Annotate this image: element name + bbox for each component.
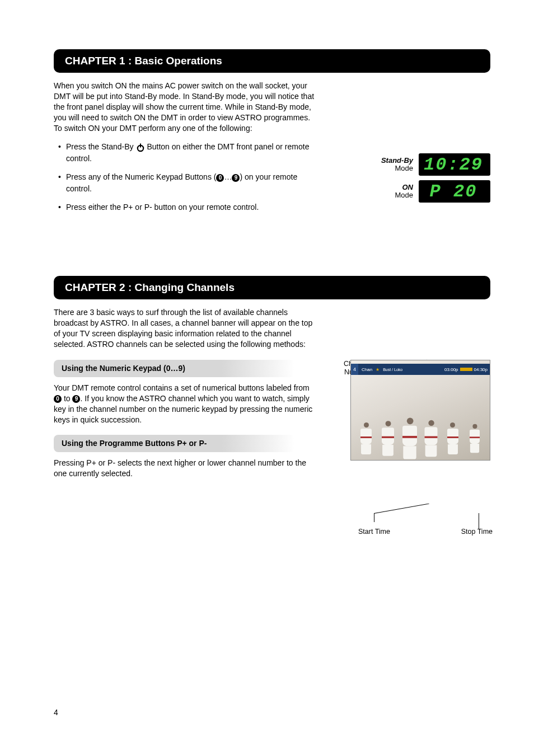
tv-screen: 4 Chan ★ Bust / Loko 03:00p 04:30p xyxy=(350,360,490,461)
sub1-bar: Using the Numeric Keypad (0…9) xyxy=(54,360,294,377)
banner-start: 03:00p xyxy=(444,367,458,372)
banner-stop: 04:30p xyxy=(474,367,488,372)
chapter2-title: CHAPTER 2 : Changing Channels xyxy=(65,281,235,293)
standby-display: 10:29 xyxy=(419,153,490,176)
chapter1-intro: When you switch ON the mains AC power sw… xyxy=(54,81,317,133)
tv-banner: 4 Chan ★ Bust / Loko 03:00p 04:30p xyxy=(351,364,490,375)
chapter2-title-bar: CHAPTER 2 : Changing Channels xyxy=(54,276,490,299)
tv-diagram: ChannelNumber CurrentProgramme Short Cha… xyxy=(350,360,490,461)
banner-ch-name: Chan xyxy=(358,367,376,372)
sub2-body: Pressing P+ or P- selects the next highe… xyxy=(54,458,317,479)
chapter1-bullets: Press the Stand-By Button on either the … xyxy=(54,141,317,213)
sub2-title: Using the Programme Buttons P+ or P- xyxy=(62,439,207,448)
banner-prog: Bust / Loko xyxy=(380,368,406,372)
sub2-bar: Using the Programme Buttons P+ or P- xyxy=(54,435,294,452)
banner-ch-num: 4 xyxy=(351,364,358,375)
ann-start-time: Start Time xyxy=(358,528,390,536)
num9-icon-b: 9 xyxy=(72,395,80,403)
on-mode-label: ON Mode xyxy=(395,184,413,200)
chapter1-bullet-1: Press the Stand-By Button on either the … xyxy=(54,141,317,165)
num0-icon: 0 xyxy=(216,174,224,182)
sub1-body: Your DMT remote control contains a set o… xyxy=(54,383,317,425)
chapter1-bullet-2: Press any of the Numeric Keypad Buttons … xyxy=(54,171,317,195)
display-panel: Stand-By Mode 10:29 ON Mode P 20 xyxy=(350,153,490,207)
elapsed-bar-icon xyxy=(460,368,472,371)
page-number: 4 xyxy=(54,708,58,717)
standby-icon xyxy=(136,143,145,152)
on-display: P 20 xyxy=(419,180,490,203)
ann-stop-time: Stop Time xyxy=(461,528,493,536)
standby-mode-label: Stand-By Mode xyxy=(381,157,413,173)
svg-rect-1 xyxy=(140,143,141,147)
chapter2-intro: There are 3 basic ways to surf through t… xyxy=(54,307,317,350)
tv-content-image xyxy=(351,375,490,460)
chapter1-title: CHAPTER 1 : Basic Operations xyxy=(65,55,222,67)
chapter1-bullet-3: Press either the P+ or P- button on your… xyxy=(54,201,317,213)
num9-icon: 9 xyxy=(232,174,240,182)
chapter1-title-bar: CHAPTER 1 : Basic Operations xyxy=(54,49,490,73)
sub1-title: Using the Numeric Keypad (0…9) xyxy=(62,364,185,373)
num0-icon-b: 0 xyxy=(54,395,62,403)
